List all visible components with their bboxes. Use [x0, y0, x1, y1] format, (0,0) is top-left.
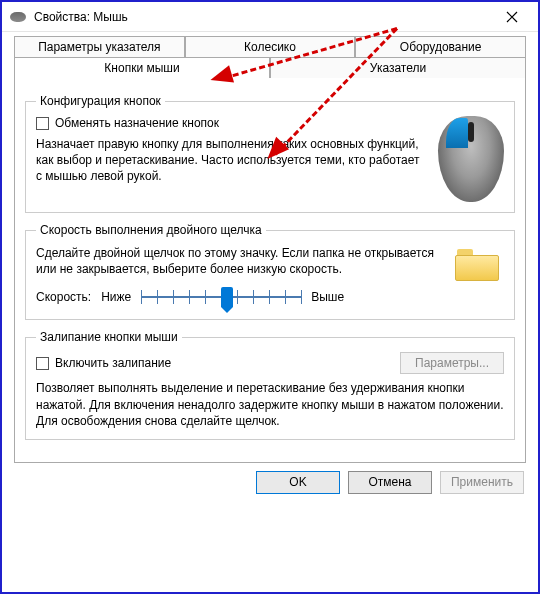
- tab-hardware[interactable]: Оборудование: [355, 36, 526, 57]
- group-click-lock: Залипание кнопки мыши Включить залипание…: [25, 330, 515, 440]
- tab-buttons[interactable]: Кнопки мыши: [14, 57, 270, 78]
- tab-panel-buttons: Конфигурация кнопок Обменять назначение …: [14, 77, 526, 463]
- tab-label: Кнопки мыши: [104, 61, 179, 75]
- group-double-click-speed: Скорость выполнения двойного щелчка Сдел…: [25, 223, 515, 320]
- tab-label: Параметры указателя: [38, 40, 160, 54]
- dialog-button-bar: OK Отмена Применить: [2, 463, 538, 504]
- titlebar: Свойства: Мышь: [2, 2, 538, 32]
- tab-pointers[interactable]: Указатели: [270, 57, 526, 78]
- enable-click-lock-option[interactable]: Включить залипание: [36, 356, 390, 370]
- group-button-config: Конфигурация кнопок Обменять назначение …: [25, 94, 515, 213]
- double-click-speed-slider[interactable]: [141, 285, 301, 309]
- tab-label: Оборудование: [400, 40, 482, 54]
- enable-click-lock-label: Включить залипание: [55, 356, 171, 370]
- enable-click-lock-checkbox[interactable]: [36, 357, 49, 370]
- close-icon: [506, 11, 518, 23]
- group-legend: Конфигурация кнопок: [36, 94, 165, 108]
- double-click-desc: Сделайте двойной щелчок по этому значку.…: [36, 245, 440, 277]
- speed-high-label: Выше: [311, 290, 344, 304]
- tab-wheel[interactable]: Колесико: [185, 36, 356, 57]
- click-lock-params-button: Параметры...: [400, 352, 504, 374]
- swap-buttons-checkbox[interactable]: [36, 117, 49, 130]
- cancel-button[interactable]: Отмена: [348, 471, 432, 494]
- mouse-icon: [10, 12, 26, 22]
- swap-buttons-option[interactable]: Обменять назначение кнопок: [36, 116, 428, 130]
- ok-button[interactable]: OK: [256, 471, 340, 494]
- tab-label: Колесико: [244, 40, 296, 54]
- close-button[interactable]: [492, 3, 532, 31]
- tab-pointer-options[interactable]: Параметры указателя: [14, 36, 185, 57]
- tabs: Параметры указателя Колесико Оборудовани…: [2, 32, 538, 463]
- apply-button: Применить: [440, 471, 524, 494]
- tab-label: Указатели: [370, 61, 426, 75]
- group-legend: Скорость выполнения двойного щелчка: [36, 223, 266, 237]
- group-legend: Залипание кнопки мыши: [36, 330, 182, 344]
- mouse-illustration: [438, 116, 504, 202]
- folder-icon[interactable]: [455, 245, 499, 281]
- speed-caption: Скорость:: [36, 290, 91, 304]
- slider-thumb[interactable]: [221, 287, 233, 307]
- window-title: Свойства: Мышь: [34, 10, 492, 24]
- click-lock-desc: Позволяет выполнять выделение и перетаск…: [36, 380, 504, 429]
- swap-buttons-desc: Назначает правую кнопку для выполнения т…: [36, 136, 428, 185]
- swap-buttons-label: Обменять назначение кнопок: [55, 116, 219, 130]
- speed-low-label: Ниже: [101, 290, 131, 304]
